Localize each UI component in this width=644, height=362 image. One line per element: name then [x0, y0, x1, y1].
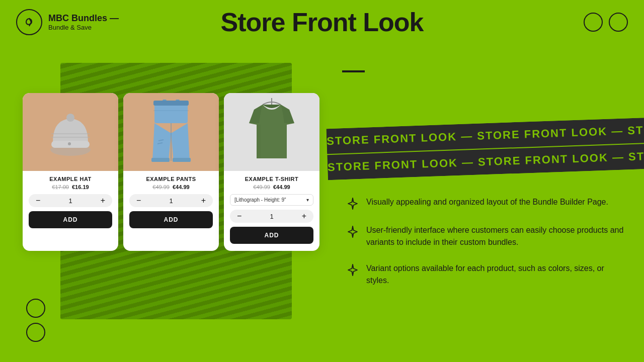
hat-name: EXAMPLE HAT — [29, 176, 112, 182]
logo-area: MBC Bundles — Bundle & Save — [16, 9, 119, 35]
tshirt-name: EXAMPLE T-SHIRT — [230, 176, 313, 182]
divider-line — [342, 70, 365, 72]
chevron-down-icon: ▾ — [306, 197, 309, 203]
marquee-wrap: STORE FRONT LOOK — STORE FRONT LOOK — ST… — [326, 118, 644, 180]
nav-dots — [26, 299, 45, 342]
feature-item-3: Variant options available for each produ… — [346, 262, 628, 287]
pants-add-button[interactable]: ADD — [129, 211, 213, 228]
svg-rect-15 — [173, 158, 191, 162]
tshirt-variant-selector[interactable]: [Lithograph - Height: 9" ▾ — [230, 194, 313, 206]
pants-card-body: EXAMPLE PANTS €49.99 €44.99 − 1 + ADD — [123, 171, 219, 228]
logo-circle — [16, 9, 42, 35]
product-card-pants: EXAMPLE PANTS €49.99 €44.99 − 1 + ADD — [123, 93, 219, 251]
pants-qty-control: − 1 + — [129, 194, 213, 207]
feature-text-2: User-friendly interface where customers … — [366, 224, 628, 248]
cards-container: EXAMPLE HAT €17.00 €16.19 − 1 + ADD — [23, 93, 319, 251]
header-icon-circle-1[interactable] — [584, 13, 603, 32]
hat-qty-plus[interactable]: + — [99, 196, 107, 205]
tshirt-qty-value: 1 — [270, 213, 273, 220]
logo-text-block: MBC Bundles — Bundle & Save — [48, 13, 119, 32]
page-title: Store Front Look — [221, 7, 424, 37]
product-image-pants — [123, 93, 219, 171]
header: MBC Bundles — Bundle & Save Store Front … — [0, 0, 644, 44]
hat-qty-minus[interactable]: − — [34, 196, 42, 205]
hat-card-body: EXAMPLE HAT €17.00 €16.19 − 1 + ADD — [23, 171, 118, 228]
pants-qty-plus[interactable]: + — [199, 196, 208, 205]
nav-dot-2[interactable] — [26, 323, 45, 342]
pants-qty-minus[interactable]: − — [134, 196, 143, 205]
pants-price-sale: €44.99 — [173, 184, 190, 190]
tshirt-price-original: €49.99 — [253, 184, 270, 190]
svg-rect-9 — [153, 101, 189, 106]
svg-rect-17 — [257, 125, 261, 158]
pants-prices: €49.99 €44.99 — [129, 184, 213, 190]
nav-dot-1[interactable] — [26, 299, 45, 318]
product-card-hat: EXAMPLE HAT €17.00 €16.19 − 1 + ADD — [23, 93, 118, 251]
logo-title: MBC Bundles — — [48, 13, 119, 24]
tshirt-prices: €49.99 €44.99 — [230, 184, 313, 190]
pants-price-original: €49.99 — [152, 184, 170, 190]
header-icon-circle-2[interactable] — [609, 13, 628, 32]
header-icons — [584, 13, 628, 32]
svg-point-5 — [68, 142, 71, 145]
pants-qty-value: 1 — [169, 197, 173, 205]
hat-price-original: €17.00 — [52, 184, 69, 190]
pants-name: EXAMPLE PANTS — [129, 176, 213, 182]
marquee-text: STORE FRONT LOOK — STORE FRONT LOOK — ST… — [327, 118, 644, 147]
logo-icon — [22, 15, 36, 29]
tshirt-card-body: EXAMPLE T-SHIRT €49.99 €44.99 [Lithograp… — [224, 171, 319, 244]
pants-svg — [143, 96, 199, 168]
tshirt-add-button[interactable]: ADD — [230, 227, 313, 244]
hat-svg — [45, 100, 96, 165]
sparkle-icon-3 — [346, 263, 359, 277]
sparkle-icon-1 — [346, 197, 359, 210]
tshirt-price-sale: €44.99 — [273, 184, 290, 190]
logo-subtitle: Bundle & Save — [48, 24, 119, 31]
tshirt-variant-label: [Lithograph - Height: 9" — [234, 197, 286, 203]
hat-price-sale: €16.19 — [72, 184, 89, 190]
product-image-tshirt — [224, 93, 319, 171]
features-list: Visually appealing and organized layout … — [346, 196, 628, 301]
tshirt-qty-minus[interactable]: − — [235, 212, 244, 221]
sparkle-icon-2 — [346, 225, 359, 238]
hat-qty-value: 1 — [68, 197, 72, 205]
feature-item-1: Visually appealing and organized layout … — [346, 196, 628, 210]
feature-text-3: Variant options available for each produ… — [366, 262, 628, 287]
hat-prices: €17.00 €16.19 — [29, 184, 112, 190]
hat-add-button[interactable]: ADD — [29, 211, 112, 228]
hat-qty-control: − 1 + — [29, 194, 112, 207]
feature-item-2: User-friendly interface where customers … — [346, 224, 628, 248]
svg-rect-14 — [151, 158, 170, 162]
feature-text-1: Visually appealing and organized layout … — [366, 196, 608, 208]
product-card-tshirt: EXAMPLE T-SHIRT €49.99 €44.99 [Lithograp… — [224, 93, 319, 251]
tshirt-svg — [242, 96, 302, 168]
tshirt-qty-control: − 1 + — [230, 210, 313, 223]
svg-point-2 — [66, 114, 74, 122]
left-panel: EXAMPLE HAT €17.00 €16.19 − 1 + ADD — [0, 48, 332, 362]
product-image-hat — [23, 93, 118, 171]
header-center: Store Front Look — [221, 7, 424, 37]
tshirt-qty-plus[interactable]: + — [300, 212, 308, 221]
